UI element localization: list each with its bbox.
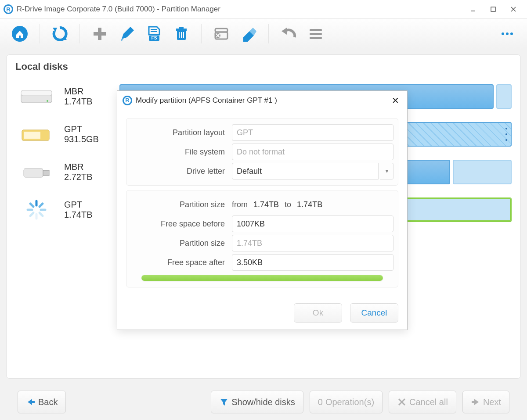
label-free-before: Free space before — [131, 219, 232, 229]
input-free-before[interactable] — [232, 215, 393, 232]
disk-scheme: GPT — [64, 200, 112, 210]
ssd-icon — [15, 121, 57, 147]
svg-line-40 — [30, 213, 33, 216]
svg-line-38 — [40, 213, 43, 216]
disk-scheme: MBR — [64, 86, 112, 97]
dialog-close-button[interactable]: ✕ — [389, 94, 402, 107]
cancel-all-label: Cancel all — [409, 397, 448, 407]
svg-rect-34 — [43, 170, 49, 176]
arrow-left-icon — [26, 397, 36, 407]
dialog-actions: Ok Cancel — [117, 299, 407, 330]
disk-labels: MBR 2.72TB — [64, 162, 112, 182]
back-label: Back — [38, 397, 58, 407]
svg-rect-18 — [215, 29, 227, 32]
label-file-system: File system — [131, 147, 232, 157]
cancel-button[interactable]: Cancel — [350, 303, 398, 323]
disk-size: 931.5GB — [64, 134, 112, 144]
toolbar-separator — [201, 24, 202, 43]
modify-partition-dialog: R Modify partition (APFS Container GPT #… — [117, 90, 408, 330]
label-partition-size: Partition size — [131, 239, 232, 248]
disconnect-drive-button[interactable] — [210, 23, 232, 45]
partition-segment[interactable] — [496, 84, 512, 109]
svg-text:FS: FS — [152, 36, 157, 40]
home-button[interactable] — [9, 23, 31, 45]
svg-rect-24 — [310, 37, 322, 39]
erase-button[interactable] — [238, 23, 260, 45]
svg-rect-23 — [310, 33, 322, 35]
svg-point-26 — [506, 32, 509, 35]
disk-labels: GPT 1.74TB — [64, 200, 112, 220]
partition-size-slider[interactable] — [141, 275, 383, 281]
svg-rect-32 — [24, 132, 40, 139]
svg-rect-22 — [310, 29, 322, 31]
window-titlebar: R R-Drive Image Corporate 7.0 (Build 700… — [0, 0, 527, 18]
toolbar-separator — [79, 24, 80, 43]
delete-button[interactable] — [170, 23, 192, 45]
window-close-button[interactable] — [503, 3, 523, 16]
cancel-all-button[interactable]: Cancel all — [389, 391, 456, 413]
filter-icon — [219, 397, 229, 407]
dialog-section-layout: Partition layout File system Drive lette… — [126, 118, 398, 186]
partition-segment[interactable] — [453, 160, 512, 184]
app-logo-icon: R — [123, 96, 132, 105]
ok-button[interactable]: Ok — [294, 303, 342, 323]
disk-size: 2.72TB — [64, 172, 112, 182]
svg-rect-1 — [491, 7, 495, 11]
disk-size: 1.74TB — [64, 210, 112, 220]
input-partition-size[interactable] — [232, 235, 393, 251]
label-drive-letter: Drive letter — [131, 167, 232, 176]
dialog-body: Partition layout File system Drive lette… — [117, 110, 407, 299]
disk-size: 1.74TB — [64, 97, 112, 107]
dialog-title-text: Modify partition (APFS Container GPT #1 … — [136, 96, 389, 105]
partition-size-range: from 1.74TB to 1.74TB — [232, 200, 393, 209]
dialog-titlebar: R Modify partition (APFS Container GPT #… — [117, 91, 407, 110]
menu-button[interactable] — [305, 23, 327, 45]
operations-button[interactable]: 0 Operation(s) — [310, 391, 383, 413]
filesystem-button[interactable]: FS — [143, 23, 165, 45]
edit-button[interactable] — [116, 23, 138, 45]
input-file-system — [232, 144, 393, 160]
svg-point-27 — [510, 32, 513, 35]
arrow-right-icon — [471, 397, 480, 407]
operations-label: Operation(s) — [325, 397, 374, 407]
more-button[interactable] — [496, 23, 518, 45]
usb-drive-icon — [15, 159, 57, 185]
show-hide-label: Show/hide disks — [231, 397, 295, 407]
disk-labels: MBR 1.74TB — [64, 86, 112, 107]
window-minimize-button[interactable] — [463, 3, 483, 16]
disk-scheme: MBR — [64, 162, 112, 172]
close-icon — [397, 397, 407, 407]
next-label: Next — [483, 397, 501, 407]
svg-rect-43 — [31, 401, 35, 403]
back-button[interactable]: Back — [18, 391, 66, 413]
svg-point-25 — [502, 32, 504, 35]
dialog-section-size: Partition size from 1.74TB to 1.74TB Fre… — [126, 190, 398, 287]
label-partition-size-range: Partition size — [131, 200, 232, 209]
refresh-button[interactable] — [49, 23, 71, 45]
disk-scheme: GPT — [64, 124, 112, 134]
svg-rect-33 — [24, 169, 43, 177]
footer-bar: Back Show/hide disks 0 Operation(s) Canc… — [0, 384, 527, 420]
operations-count: 0 — [318, 397, 323, 407]
svg-rect-6 — [94, 32, 106, 36]
loading-disk-icon — [15, 197, 57, 223]
window-title: R-Drive Image Corporate 7.0 (Build 7000)… — [17, 5, 463, 14]
label-free-after: Free space after — [131, 258, 232, 267]
next-button[interactable]: Next — [462, 391, 509, 413]
svg-rect-29 — [21, 90, 52, 96]
hdd-icon — [15, 83, 57, 110]
svg-line-42 — [30, 204, 33, 207]
window-maximize-button[interactable] — [483, 3, 503, 16]
toolbar-separator — [268, 24, 269, 43]
svg-rect-13 — [179, 27, 184, 29]
panel-title: Local disks — [15, 61, 512, 72]
undo-button[interactable] — [278, 23, 300, 45]
app-logo-icon: R — [4, 4, 13, 14]
disk-labels: GPT 931.5GB — [64, 124, 112, 144]
chevron-down-icon[interactable]: ▾ — [380, 163, 393, 179]
input-free-after[interactable] — [232, 254, 393, 271]
show-hide-disks-button[interactable]: Show/hide disks — [211, 391, 303, 413]
add-button[interactable] — [89, 23, 111, 45]
select-drive-letter[interactable] — [232, 163, 379, 179]
label-partition-layout: Partition layout — [131, 128, 232, 137]
